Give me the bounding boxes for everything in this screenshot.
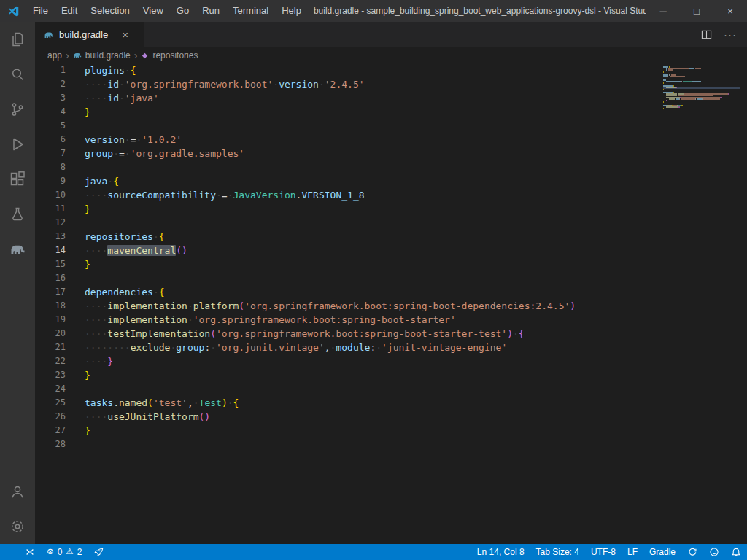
task-status[interactable] [88,544,109,560]
feedback[interactable] [703,544,725,560]
code-line-14[interactable]: 14····mavenCentral() [35,244,747,257]
code-line-27[interactable]: 27} [35,424,747,438]
line-number[interactable]: 17 [35,285,85,299]
code-line-10[interactable]: 10····sourceCompatibility·=·JavaVersion.… [35,188,747,202]
problems-indicator[interactable]: ⊗ 0 ⚠ 2 [41,544,88,560]
explorer-icon[interactable] [0,22,35,57]
code-editor[interactable]: 1plugins·{2····id·'org.springframework.b… [35,63,747,544]
line-number[interactable]: 23 [35,368,85,382]
code-line-22[interactable]: 22····} [35,354,747,368]
line-number[interactable]: 20 [35,327,85,341]
line-number[interactable]: 12 [35,216,85,230]
code-line-28[interactable]: 28 [35,438,747,451]
code-line-23[interactable]: 23} [35,368,747,382]
maximize-button[interactable]: □ [680,0,713,22]
menu-help[interactable]: Help [275,0,308,22]
line-number[interactable]: 28 [35,438,85,451]
tab-build-gradle[interactable]: build.gradle × [35,22,144,47]
code-line-15[interactable]: 15} [35,257,747,271]
run-debug-icon[interactable] [0,127,35,162]
settings-gear-icon[interactable] [0,509,35,544]
code-line-11[interactable]: 11} [35,202,747,216]
tab-close-icon[interactable]: × [122,29,128,40]
line-number[interactable]: 6 [35,133,85,147]
code-line-24[interactable]: 24 [35,382,747,396]
breadcrumb-symbol[interactable]: repositories [152,50,198,61]
code-text: ····implementation·platform('org.springf… [85,299,747,313]
line-number[interactable]: 4 [35,105,85,119]
code-line-26[interactable]: 26····useJUnitPlatform() [35,410,747,424]
menu-run[interactable]: Run [196,0,226,22]
line-number[interactable]: 18 [35,299,85,313]
code-line-13[interactable]: 13repositories·{ [35,230,747,244]
line-number[interactable]: 19 [35,313,85,327]
line-number[interactable]: 8 [35,160,85,174]
code-line-6[interactable]: 6version·=·'1.0.2' [35,133,747,147]
line-number[interactable]: 1 [35,63,85,77]
menu-go[interactable]: Go [170,0,196,22]
testing-icon[interactable] [0,197,35,232]
sync-status[interactable] [681,544,703,560]
cursor-position[interactable]: Ln 14, Col 8 [471,544,530,560]
code-line-3[interactable]: 3····id·'java' [35,91,747,105]
line-number[interactable]: 2 [35,77,85,91]
code-line-19[interactable]: 19····implementation·'org.springframewor… [35,313,747,327]
chevron-right-icon: › [134,50,138,61]
accounts-icon[interactable] [0,474,35,509]
line-number[interactable]: 14 [35,244,85,257]
breadcrumb-folder[interactable]: app [47,50,62,61]
line-number[interactable]: 25 [35,396,85,410]
line-number[interactable]: 26 [35,410,85,424]
minimap[interactable] [659,63,747,114]
menu-bar: File Edit Selection View Go Run Terminal… [26,0,308,22]
line-number[interactable]: 9 [35,174,85,188]
line-number[interactable]: 16 [35,271,85,285]
code-line-18[interactable]: 18····implementation·platform('org.sprin… [35,299,747,313]
line-number[interactable]: 10 [35,188,85,202]
code-line-17[interactable]: 17dependencies·{ [35,285,747,299]
remote-indicator[interactable] [19,544,41,560]
menu-file[interactable]: File [26,0,55,22]
source-control-icon[interactable] [0,92,35,127]
line-number[interactable]: 7 [35,147,85,160]
breadcrumb-file[interactable]: build.gradle [85,50,131,61]
code-line-7[interactable]: 7group·=·'org.gradle.samples' [35,147,747,160]
menu-selection[interactable]: Selection [84,0,136,22]
menu-edit[interactable]: Edit [55,0,84,22]
code-line-21[interactable]: 21········exclude·group:·'org.junit.vint… [35,341,747,354]
indentation[interactable]: Tab Size: 4 [530,544,585,560]
encoding[interactable]: UTF-8 [585,544,622,560]
line-number[interactable]: 27 [35,424,85,438]
code-line-20[interactable]: 20····testImplementation('org.springfram… [35,327,747,341]
code-line-16[interactable]: 16 [35,271,747,285]
extensions-icon[interactable] [0,162,35,197]
close-button[interactable]: × [713,0,747,22]
menu-terminal[interactable]: Terminal [226,0,275,22]
line-number[interactable]: 21 [35,341,85,354]
search-icon[interactable] [0,57,35,92]
eol-sequence[interactable]: LF [622,544,643,560]
gradle-extension-icon[interactable] [0,232,35,267]
line-number[interactable]: 22 [35,354,85,368]
code-line-1[interactable]: 1plugins·{ [35,63,747,77]
code-text [85,382,747,396]
language-mode[interactable]: Gradle [643,544,681,560]
more-actions-icon[interactable]: ··· [724,28,737,41]
code-line-2[interactable]: 2····id·'org.springframework.boot'·versi… [35,77,747,91]
line-number[interactable]: 3 [35,91,85,105]
split-editor-icon[interactable] [701,29,712,40]
code-line-4[interactable]: 4} [35,105,747,119]
menu-view[interactable]: View [136,0,170,22]
code-line-25[interactable]: 25tasks.named('test',·Test)·{ [35,396,747,410]
code-line-8[interactable]: 8 [35,160,747,174]
line-number[interactable]: 15 [35,257,85,271]
line-number[interactable]: 5 [35,119,85,133]
notifications[interactable] [725,544,747,560]
code-line-12[interactable]: 12 [35,216,747,230]
code-line-9[interactable]: 9java·{ [35,174,747,188]
line-number[interactable]: 11 [35,202,85,216]
code-line-5[interactable]: 5 [35,119,747,133]
line-number[interactable]: 13 [35,230,85,244]
minimize-button[interactable]: ─ [646,0,680,22]
line-number[interactable]: 24 [35,382,85,396]
